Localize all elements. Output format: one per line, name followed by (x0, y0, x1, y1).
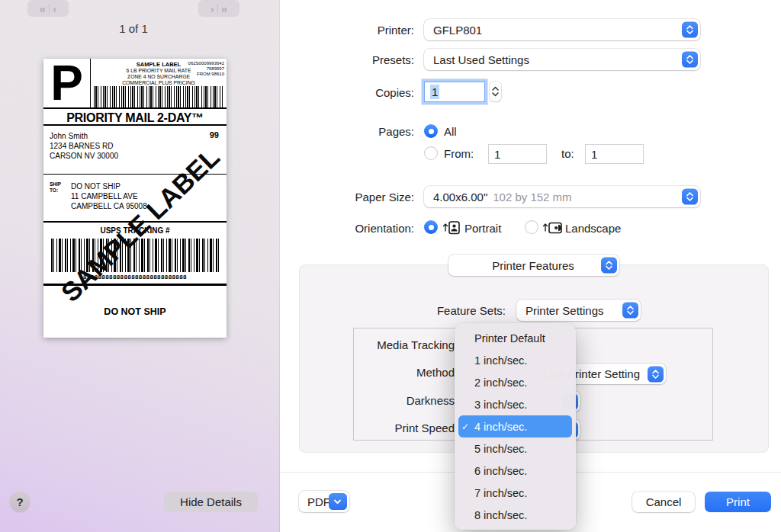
pages-from-label: From: (444, 147, 474, 160)
ship-to-tag-line: SHIP (50, 181, 71, 187)
first-page-icon[interactable]: « (40, 2, 46, 15)
from-address-line: 1234 BARNES RD (50, 141, 220, 151)
portrait-radio[interactable] (424, 220, 438, 234)
help-button[interactable]: ? (10, 492, 30, 511)
pages-from-input[interactable]: 1 (488, 144, 547, 164)
portrait-icon (442, 220, 461, 236)
panel-section-value: Printer Features (458, 259, 619, 272)
panel-section-select[interactable]: Printer Features (448, 255, 619, 276)
menu-item-label: 1 inch/sec. (474, 354, 527, 367)
print-dialog: « ‹ 1 of 1 › » P SAMPLE LABEL 6 LB PRIOR… (0, 0, 781, 532)
last-page-icon[interactable]: » (221, 2, 227, 15)
stepper-down-icon (492, 92, 499, 97)
printer-label: Printer: (292, 24, 414, 37)
copies-input[interactable]: 1 (424, 82, 485, 102)
copies-stepper[interactable] (490, 82, 501, 101)
pages-all-label: All (444, 125, 457, 138)
print-speed-label: Print Speed (336, 421, 455, 434)
label-code-line: FROM 98610 (188, 72, 224, 77)
printer-value: GFLP801 (433, 24, 482, 37)
chevron-down-icon (329, 493, 347, 510)
question-mark-icon: ? (16, 495, 23, 508)
hide-details-button[interactable]: Hide Details (164, 492, 258, 512)
menu-item-label: 8 inch/sec. (474, 509, 527, 521)
portrait-label: Portrait (464, 222, 501, 235)
menu-item-label: 2 inch/sec. (474, 377, 527, 389)
next-page-icon[interactable]: › (211, 2, 214, 15)
menu-item-label: 5 inch/sec. (474, 443, 527, 455)
updown-chevron-icon (682, 52, 698, 68)
menu-item-4-inch-selected[interactable]: ✓4 inch/sec. (458, 415, 572, 437)
paper-size-mm: 102 by 152 mm (493, 191, 571, 204)
top-barcode (94, 86, 223, 107)
segment-divider (49, 4, 50, 13)
pdf-label: PDF (307, 495, 330, 508)
label-code-line: 7689597 (188, 66, 224, 72)
menu-item-3-inch[interactable]: 3 inch/sec. (455, 393, 576, 415)
label-preview: P SAMPLE LABEL 6 LB PRIORITY MAIL RATE Z… (43, 59, 227, 338)
menu-item-label: Printer Default (474, 332, 545, 345)
updown-chevron-icon (601, 258, 617, 274)
landscape-icon (542, 220, 563, 236)
landscape-radio[interactable] (525, 220, 538, 234)
stepper-up-icon (492, 86, 499, 91)
preview-pane: « ‹ 1 of 1 › » P SAMPLE LABEL 6 LB PRIOR… (0, 0, 280, 532)
darkness-label: Darkness (336, 394, 455, 407)
menu-item-label: 6 inch/sec. (474, 465, 527, 477)
feature-sets-select[interactable]: Printer Settings (516, 300, 641, 321)
pages-range-radio[interactable] (424, 146, 438, 160)
cancel-button[interactable]: Cancel (632, 492, 695, 512)
printer-select[interactable]: GFLP801 (424, 19, 700, 40)
updown-chevron-icon (648, 366, 664, 382)
from-address-line: John Smith (50, 131, 220, 141)
copies-label: Copies: (292, 86, 414, 99)
menu-item-7-inch[interactable]: 7 inch/sec. (455, 482, 576, 504)
pages-from-value: 1 (494, 148, 500, 161)
ship-to-tag: SHIP TO: (50, 181, 71, 221)
next-page-buttons[interactable]: › » (198, 0, 239, 17)
copies-value: 1 (430, 85, 439, 99)
paper-size-label: Paper Size: (292, 191, 414, 204)
landscape-label: Landscape (565, 222, 621, 235)
menu-item-label: 4 inch/sec. (474, 421, 527, 433)
updown-chevron-icon (682, 189, 698, 205)
previous-page-icon[interactable]: ‹ (53, 2, 56, 15)
menu-item-printer-default[interactable]: Printer Default (455, 327, 576, 349)
menu-item-label: 3 inch/sec. (474, 399, 527, 411)
segment-divider (217, 4, 218, 13)
pages-label: Pages: (292, 125, 414, 138)
pages-all-radio[interactable] (424, 124, 438, 138)
pdf-menu-button[interactable]: PDF (299, 491, 349, 512)
ship-to-tag-line: TO: (50, 187, 71, 194)
ship-to-line: 11 CAMPBELL AVE (71, 191, 147, 201)
priority-letter-cell: P (43, 59, 91, 107)
pages-to-input[interactable]: 1 (585, 144, 644, 164)
method-label: Method (336, 366, 455, 379)
paper-size-select[interactable]: 4.00x6.00" 102 by 152 mm (424, 186, 700, 207)
print-button[interactable]: Print (705, 492, 771, 512)
label-codes: 062S0009993642 7689597 FROM 98610 (188, 61, 224, 77)
feature-sets-label: Feature Sets: (384, 304, 506, 317)
paper-size-value: 4.00x6.00" (433, 191, 487, 204)
menu-item-8-inch[interactable]: 8 inch/sec. (455, 504, 576, 526)
orientation-label: Orientation: (292, 222, 414, 235)
menu-item-label: 7 inch/sec. (474, 487, 527, 499)
prev-page-buttons[interactable]: « ‹ (27, 0, 69, 17)
updown-chevron-icon (682, 22, 698, 38)
updown-chevron-icon (622, 303, 638, 319)
checkmark-icon: ✓ (461, 421, 474, 432)
presets-value: Last Used Settings (433, 53, 529, 66)
feature-sets-value: Printer Settings (525, 304, 604, 317)
menu-item-6-inch[interactable]: 6 inch/sec. (455, 460, 576, 482)
label-code-line: 062S0009993642 (188, 61, 224, 66)
menu-item-5-inch[interactable]: 5 inch/sec. (455, 437, 576, 460)
presets-select[interactable]: Last Used Settings (424, 49, 700, 70)
menu-item-1-inch[interactable]: 1 inch/sec. (455, 349, 576, 371)
presets-label: Presets: (292, 53, 414, 66)
print-speed-menu: Printer Default 1 inch/sec. 2 inch/sec. … (455, 323, 576, 530)
ship-to-line: DO NOT SHIP (71, 181, 147, 191)
media-tracking-label: Media Tracking (336, 338, 455, 351)
menu-item-2-inch[interactable]: 2 inch/sec. (455, 371, 576, 393)
pages-to-value: 1 (591, 148, 597, 161)
priority-letter: P (50, 60, 83, 106)
